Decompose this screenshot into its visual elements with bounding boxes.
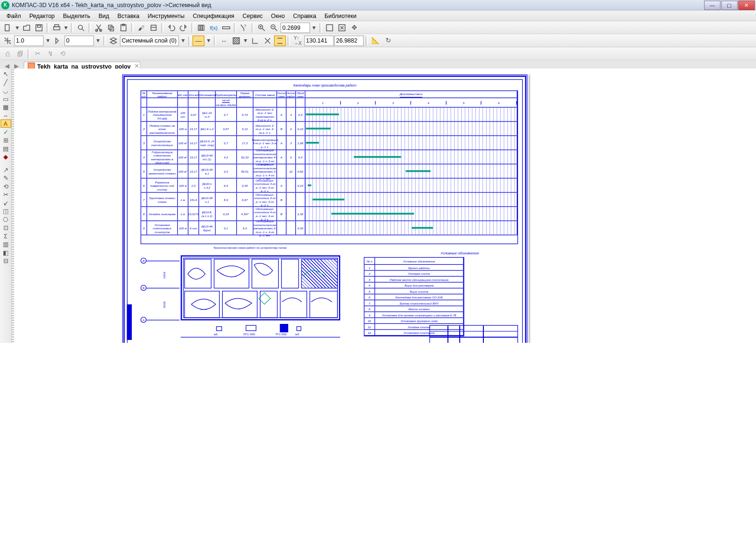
hatch-dropdown[interactable]: ▾ [243,35,249,46]
step-button[interactable] [52,35,64,46]
minimize-button[interactable]: — [704,0,721,10]
copy-button[interactable] [105,22,117,33]
ruler-button[interactable] [220,22,232,33]
svg-rect-2 [37,25,41,27]
menu-help[interactable]: Справка [289,12,320,19]
save-button[interactable] [33,22,45,33]
coord-x-field[interactable] [304,35,334,46]
zoom-fit-button[interactable] [336,22,348,33]
tool-edit-9[interactable]: Σ [0,232,11,240]
layer-combo[interactable] [120,35,179,46]
tool-edit-11[interactable]: ◧ [0,248,11,257]
ortho-button[interactable] [274,35,286,46]
line-style-button[interactable]: — [193,35,205,46]
scale-dropdown[interactable]: ▾ [44,35,52,46]
ct-1[interactable]: ⎙ [2,48,14,59]
close-button[interactable]: ✕ [739,0,755,10]
ct-3[interactable]: ✂ [32,48,44,59]
zoom-combo[interactable] [281,22,310,33]
scale-combo[interactable] [14,35,44,46]
svg-rect-3 [53,26,60,30]
ct-2[interactable]: 🗐 [14,48,26,59]
dimension-button[interactable]: ↔ [218,35,230,46]
zoom-window-button[interactable] [324,22,335,33]
legend-row: 10Установка грузового хода [364,318,464,324]
menu-window[interactable]: Окно [267,12,289,19]
svg-rect-1 [36,25,42,31]
tool-edit-4[interactable]: ✂ [0,191,11,199]
menu-file[interactable]: Файл [2,12,25,19]
coord-button[interactable] [249,35,261,46]
svg-rect-18 [223,26,230,28]
tool-b[interactable]: ◆ [0,153,11,161]
tool-dim[interactable]: ↔ [0,111,11,120]
properties-button[interactable] [148,22,160,33]
tool-edit-12[interactable]: ⊟ [0,257,11,265]
ct-5[interactable]: ⟲ [57,48,69,59]
snap-button[interactable] [262,35,274,46]
tool-edit-3[interactable]: ⟲ [0,182,11,191]
tool-edit-7[interactable]: ⎔ [0,215,11,224]
standard-toolbar: ▾ ▾ 🖌 f(x) ? ▾ ✥ [0,21,756,35]
redo-button[interactable] [178,22,189,33]
menu-service[interactable]: Сервис [239,12,267,19]
drawing-canvas[interactable]: Календарь план производства работ № п/п … [12,69,756,368]
format-painter-button[interactable]: 🖌 [135,22,147,33]
legend-row: 8Место складки [364,306,464,313]
step-dropdown[interactable]: ▾ [94,35,102,46]
coord-y-field[interactable] [335,35,364,46]
tool-symbol[interactable]: ✓ [0,128,11,136]
preview-button[interactable] [75,22,87,33]
new-doc-button[interactable] [2,22,14,33]
tool-text[interactable]: A [0,120,11,128]
tool-line[interactable]: ╱ [0,78,11,87]
zoom-dropdown[interactable]: ▾ [311,22,318,33]
tool-edit-1[interactable]: ↗ [0,166,11,174]
tool-hatch[interactable]: ▦ [0,103,11,112]
maximize-button[interactable]: ▢ [721,0,738,10]
paste-button[interactable] [118,22,129,33]
variables-button[interactable]: f(x) [208,22,220,33]
tool-edit-2[interactable]: ✎ [0,174,11,183]
tool-edit-10[interactable]: ▥ [0,240,11,249]
refresh-button[interactable]: ↻ [382,35,394,46]
zoom-in-button[interactable] [256,22,267,33]
menu-view[interactable]: Вид [94,12,113,19]
tool-pointer[interactable]: ↖ [0,70,11,78]
tool-arc[interactable]: ◡ [0,87,11,95]
menu-spec[interactable]: Спецификация [189,12,238,19]
menu-select[interactable]: Выделить [59,12,94,19]
layer-dropdown[interactable]: ▾ [180,35,187,46]
library-button[interactable] [196,22,207,33]
menu-edit[interactable]: Редактор [25,12,59,19]
print-dropdown[interactable]: ▾ [63,22,69,33]
help-context-button[interactable]: ? [238,22,250,33]
undo-button[interactable] [165,22,177,33]
tool-edit-8[interactable]: ⊡ [0,224,11,232]
print-button[interactable] [51,22,63,33]
compact-toolbar: ⎙ 🗐 ✂ ↯ ⟲ [0,47,756,61]
tool-edit-5[interactable]: ↙ [0,199,11,207]
grid-scale-button[interactable] [2,35,14,46]
new-doc-dropdown[interactable]: ▾ [14,22,20,33]
step-combo[interactable] [64,35,94,46]
svg-rect-15 [198,25,200,30]
tool-table[interactable]: ⊞ [0,136,11,145]
zoom-out-button[interactable] [268,22,280,33]
menu-insert[interactable]: Вставка [113,12,144,19]
line-style-dropdown[interactable]: ▾ [205,35,212,46]
tool-edit-6[interactable]: ◫ [0,207,11,216]
measure-button[interactable]: 📐 [370,35,382,46]
ct-4[interactable]: ↯ [44,48,56,59]
pan-button[interactable]: ✥ [349,22,361,33]
binding-strip [127,305,132,340]
layers-button[interactable] [108,35,120,46]
cut-button[interactable] [93,22,104,33]
tool-a[interactable]: ▤ [0,144,11,153]
menu-tools[interactable]: Инструменты [144,12,189,19]
legend-row: 3Рабочее место облицовщика-плиточника [364,277,464,283]
open-button[interactable] [21,22,33,33]
tool-rect[interactable]: ▭ [0,95,11,103]
hatch-button[interactable] [231,35,242,46]
menu-libraries[interactable]: Библиотеки [320,12,361,19]
